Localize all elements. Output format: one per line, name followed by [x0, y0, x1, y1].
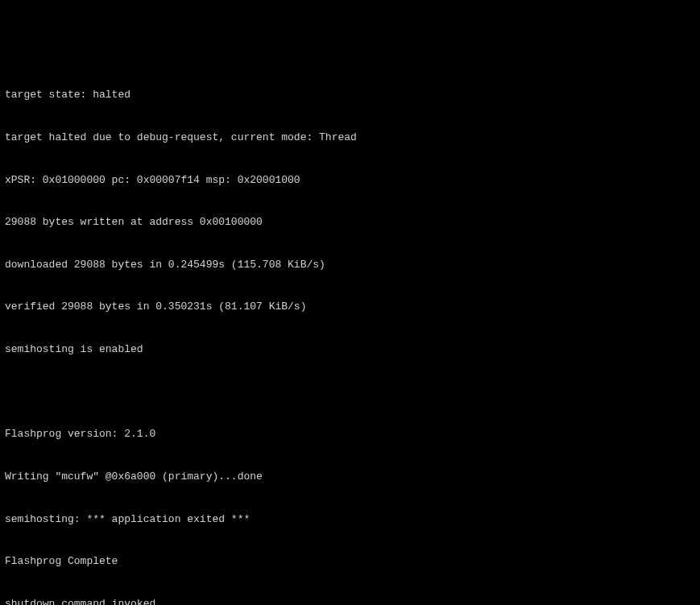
- terminal-line: semihosting: *** application exited ***: [5, 512, 695, 527]
- terminal-output: target state: halted target halted due t…: [5, 60, 695, 605]
- terminal-line: verified 29088 bytes in 0.350231s (81.10…: [5, 300, 695, 314]
- terminal-line: shutdown command invoked: [5, 597, 695, 605]
- terminal-line: [5, 385, 695, 400]
- terminal-line: Flashprog Complete: [5, 554, 695, 569]
- terminal-line: xPSR: 0x01000000 pc: 0x00007f14 msp: 0x2…: [5, 173, 695, 188]
- terminal-line: 29088 bytes written at address 0x0010000…: [5, 215, 695, 230]
- terminal-line: Writing "mcufw" @0x6a000 (primary)...don…: [5, 470, 695, 484]
- terminal-line: target state: halted: [5, 88, 695, 102]
- terminal-line: target halted due to debug-request, curr…: [5, 131, 695, 145]
- terminal-line: semihosting is enabled: [5, 342, 695, 357]
- terminal-line: Flashprog version: 2.1.0: [5, 427, 695, 441]
- terminal-line: downloaded 29088 bytes in 0.245499s (115…: [5, 258, 695, 272]
